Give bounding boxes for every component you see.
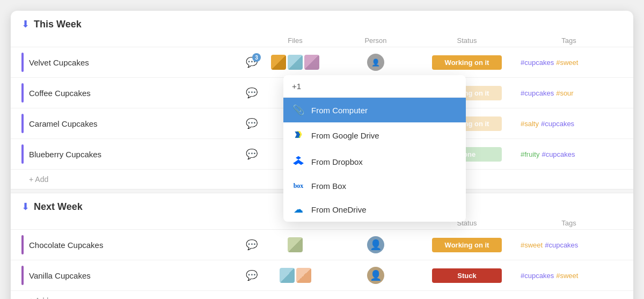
task-bar	[21, 114, 24, 133]
col-task	[21, 37, 258, 45]
from-google-drive-label: From Google Drive	[311, 131, 379, 140]
tags-cell: #cupcakes #sweet	[515, 59, 623, 67]
tags-cell: #cupcakes #sour	[515, 89, 623, 97]
person-cell[interactable]: 👤	[333, 267, 419, 284]
tags-cell: #cupcakes #sweet	[515, 272, 623, 280]
tag[interactable]: #sour	[556, 89, 574, 97]
tag[interactable]: #cupcakes	[521, 59, 554, 67]
tag[interactable]: #salty	[521, 120, 539, 128]
task-name-cell: Vanilla Cupcakes 💬	[21, 260, 258, 290]
table-row: Chocolate Cupcakes 💬 👤 Working on it #sw…	[11, 230, 633, 260]
from-box-option[interactable]: box From Box	[283, 175, 466, 197]
status-badge: Working on it	[432, 238, 502, 252]
from-computer-label: From Computer	[311, 106, 368, 115]
comment-icon[interactable]: 💬	[246, 118, 258, 129]
this-week-title: This Week	[34, 19, 82, 30]
paperclip-icon: 📎	[292, 104, 305, 116]
status-cell[interactable]: Working on it	[419, 238, 515, 252]
task-name: Chocolate Cupcakes	[29, 240, 103, 250]
comment-icon[interactable]: 💬	[246, 239, 258, 251]
task-bar	[21, 83, 24, 103]
task-name: Vanilla Cupcakes	[29, 271, 91, 280]
file-thumb	[280, 268, 295, 283]
tag[interactable]: #sweet	[556, 59, 578, 67]
files-cell[interactable]	[258, 268, 333, 283]
file-upload-dropdown: +1 📎 From Computer From Google Drive	[283, 75, 466, 222]
file-thumb	[296, 268, 311, 283]
file-thumb	[304, 55, 319, 70]
from-box-label: From Box	[311, 181, 346, 191]
app-container: ⬇ This Week Files Person Status Tags Vel…	[11, 11, 633, 299]
file-thumb	[288, 237, 303, 252]
from-onedrive-option[interactable]: ☁ From OneDrive	[283, 197, 466, 222]
col-files: Files	[258, 37, 333, 45]
tags-cell: #salty #cupcakes	[515, 120, 623, 128]
files-cell[interactable]	[258, 237, 333, 252]
status-badge: Stuck	[432, 268, 502, 283]
from-dropbox-label: From Dropbox	[311, 157, 363, 166]
comment-icon[interactable]: 💬	[246, 87, 258, 99]
tag[interactable]: #cupcakes	[545, 241, 578, 249]
tag[interactable]: #sweet	[521, 241, 543, 249]
add-task-button-nw[interactable]: + Add	[11, 291, 633, 299]
status-badge: Working on it	[432, 55, 502, 70]
comment-icon[interactable]: 💬	[246, 269, 258, 281]
col-person: Person	[333, 37, 419, 45]
col-status: Status	[419, 37, 515, 45]
this-week-chevron-icon[interactable]: ⬇	[21, 18, 30, 30]
col-tags: Tags	[515, 37, 623, 45]
tag[interactable]: #cupcakes	[541, 120, 574, 128]
from-computer-option[interactable]: 📎 From Computer	[283, 98, 466, 122]
tags-cell: #sweet #cupcakes	[515, 241, 623, 249]
col-tags-nw: Tags	[515, 219, 623, 227]
from-onedrive-label: From OneDrive	[311, 205, 367, 214]
this-week-column-headers: Files Person Status Tags	[11, 34, 633, 47]
status-cell[interactable]: Stuck	[419, 268, 515, 283]
this-week-header: ⬇ This Week	[11, 11, 633, 34]
task-bar	[21, 144, 24, 164]
file-thumb	[288, 55, 303, 70]
avatar: 👤	[367, 54, 384, 71]
col-task-nw	[21, 219, 258, 227]
tag[interactable]: #fruity	[521, 150, 539, 158]
files-cell[interactable]	[258, 55, 333, 70]
table-row: Velvet Cupcakes 💬 3 👤 Working on it #cup…	[11, 47, 633, 78]
comment-icon[interactable]: 💬 3	[246, 56, 258, 68]
task-name: Velvet Cupcakes	[29, 58, 89, 67]
task-bar	[21, 235, 24, 254]
from-dropbox-option[interactable]: From Dropbox	[283, 149, 466, 175]
tags-cell: #fruity #cupcakes	[515, 150, 623, 158]
next-week-chevron-icon[interactable]: ⬇	[21, 201, 30, 213]
person-cell[interactable]: 👤	[333, 236, 419, 253]
file-thumb	[271, 55, 286, 70]
tag[interactable]: #cupcakes	[541, 150, 575, 158]
table-row: Vanilla Cupcakes 💬 👤 Stuck #cupcakes #sw…	[11, 260, 633, 291]
task-name-cell: Coffee Cupcakes 💬	[21, 78, 258, 108]
onedrive-icon: ☁	[292, 203, 305, 215]
next-week-title: Next Week	[34, 201, 83, 213]
dropbox-icon	[292, 155, 305, 169]
task-name: Blueberry Cupcakes	[29, 150, 101, 159]
comment-icon[interactable]: 💬	[246, 148, 258, 160]
tag[interactable]: #sweet	[556, 272, 578, 280]
task-name: Coffee Cupcakes	[29, 89, 91, 98]
tag[interactable]: #cupcakes	[521, 89, 554, 97]
task-bar	[21, 266, 24, 285]
tag[interactable]: #cupcakes	[521, 272, 554, 280]
google-drive-icon	[292, 129, 305, 142]
task-name-cell: Caramel Cupcakes 💬	[21, 108, 258, 138]
status-cell[interactable]: Working on it	[419, 55, 515, 70]
task-name-cell: Blueberry Cupcakes 💬	[21, 139, 258, 169]
task-name-cell: Velvet Cupcakes 💬 3	[21, 47, 258, 77]
box-icon: box	[292, 182, 305, 190]
dropdown-header: +1	[283, 75, 466, 98]
person-cell[interactable]: 👤	[333, 54, 419, 71]
from-google-drive-option[interactable]: From Google Drive	[283, 122, 466, 149]
task-bar	[21, 53, 24, 72]
task-name-cell: Chocolate Cupcakes 💬	[21, 230, 258, 260]
avatar: 👤	[367, 267, 384, 284]
task-name: Caramel Cupcakes	[29, 119, 98, 128]
avatar: 👤	[367, 236, 384, 253]
